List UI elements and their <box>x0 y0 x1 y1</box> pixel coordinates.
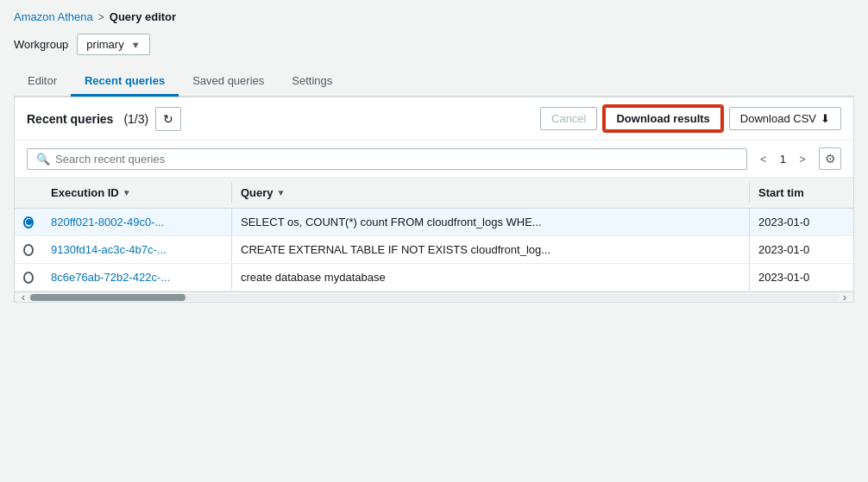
execution-id-2[interactable]: 9130fd14-ac3c-4b7c-... <box>42 236 232 263</box>
radio-selected <box>23 216 34 228</box>
query-1: SELECT os, COUNT(*) count FROM cloudfron… <box>232 209 750 235</box>
table-header: Execution ID ▼ Query ▼ Start tim <box>15 178 853 209</box>
start-time-3: 2023-01-0 <box>750 264 853 291</box>
panel-toolbar: Recent queries (1/3) ↻ Cancel Download r… <box>15 97 853 141</box>
chevron-down-icon: ▼ <box>131 40 141 50</box>
row-select-3[interactable] <box>15 265 42 291</box>
breadcrumb-separator: > <box>98 11 104 23</box>
tab-settings[interactable]: Settings <box>278 67 346 97</box>
workgroup-row: Workgroup primary ▼ <box>14 34 854 55</box>
pagination-next[interactable]: > <box>793 149 812 168</box>
table-row[interactable]: 8c6e76ab-72b2-422c-... create database m… <box>15 264 853 291</box>
refresh-button[interactable]: ↻ <box>155 107 181 131</box>
col-select <box>15 183 42 203</box>
search-icon: 🔍 <box>36 153 50 166</box>
workgroup-value: primary <box>86 38 123 51</box>
pagination-page: 1 <box>777 153 789 166</box>
scrollbar: ‹ › <box>15 291 853 302</box>
settings-icon[interactable]: ⚙ <box>819 147 841 170</box>
download-csv-button[interactable]: Download CSV ⬇ <box>729 107 841 130</box>
scroll-right-icon[interactable]: › <box>840 291 850 304</box>
breadcrumb-parent[interactable]: Amazon Athena <box>14 10 93 23</box>
query-3: create database mydatabase <box>232 264 750 291</box>
col-start-time: Start tim <box>750 183 853 203</box>
download-icon: ⬇ <box>821 112 830 125</box>
col-query: Query ▼ <box>232 183 750 203</box>
panel-title: Recent queries <box>27 112 113 126</box>
search-row: 🔍 < 1 > ⚙ <box>15 141 853 178</box>
pagination: < 1 > <box>754 149 812 168</box>
execution-id-1[interactable]: 820ff021-8002-49c0-... <box>42 209 232 235</box>
search-box[interactable]: 🔍 <box>27 148 747 170</box>
scrollbar-thumb[interactable] <box>30 294 186 301</box>
breadcrumb: Amazon Athena > Query editor <box>14 10 854 23</box>
query-2: CREATE EXTERNAL TABLE IF NOT EXISTS clou… <box>232 236 750 263</box>
sort-icon-query[interactable]: ▼ <box>277 188 286 197</box>
tabs-bar: Editor Recent queries Saved queries Sett… <box>14 67 854 97</box>
row-select-2[interactable] <box>15 237 42 263</box>
search-input[interactable] <box>55 153 738 166</box>
download-csv-label: Download CSV <box>740 112 816 125</box>
tab-editor[interactable]: Editor <box>14 67 71 97</box>
pagination-prev[interactable]: < <box>754 149 773 168</box>
panel-count: (1/3) <box>123 112 148 126</box>
start-time-2: 2023-01-0 <box>750 236 853 263</box>
tab-saved-queries[interactable]: Saved queries <box>179 67 278 97</box>
row-select-1[interactable] <box>15 210 42 235</box>
execution-id-3[interactable]: 8c6e76ab-72b2-422c-... <box>42 264 232 291</box>
scrollbar-track[interactable] <box>28 294 840 301</box>
col-execution-id: Execution ID ▼ <box>42 183 232 203</box>
table-row[interactable]: 9130fd14-ac3c-4b7c-... CREATE EXTERNAL T… <box>15 236 853 264</box>
download-results-button[interactable]: Download results <box>604 106 721 131</box>
scroll-left-icon[interactable]: ‹ <box>18 291 28 304</box>
table-row[interactable]: 820ff021-8002-49c0-... SELECT os, COUNT(… <box>15 209 853 236</box>
tab-recent-queries[interactable]: Recent queries <box>71 67 179 97</box>
breadcrumb-current: Query editor <box>110 10 176 23</box>
sort-icon-execution-id[interactable]: ▼ <box>123 188 131 197</box>
start-time-1: 2023-01-0 <box>750 209 853 235</box>
table-body: 820ff021-8002-49c0-... SELECT os, COUNT(… <box>15 209 853 291</box>
cancel-button[interactable]: Cancel <box>540 107 597 130</box>
radio-empty <box>23 272 34 284</box>
workgroup-label: Workgroup <box>14 38 68 51</box>
radio-empty <box>23 244 34 256</box>
main-panel: Recent queries (1/3) ↻ Cancel Download r… <box>14 97 854 303</box>
workgroup-select[interactable]: primary ▼ <box>77 34 149 55</box>
